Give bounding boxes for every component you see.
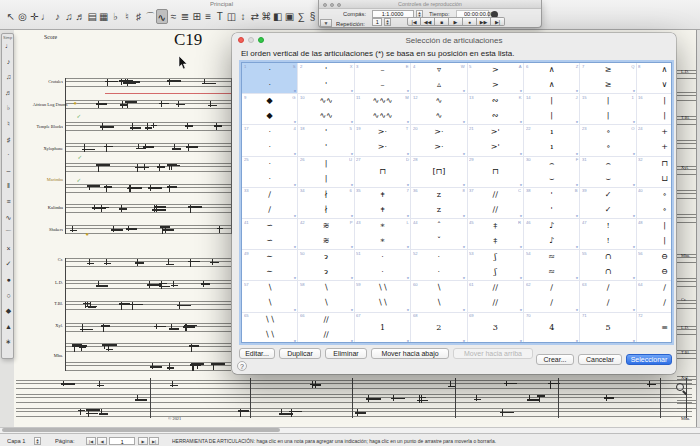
palette-tool-icon[interactable]: ♯ <box>2 136 15 143</box>
articulation-cell[interactable]: 44*ˆˇ <box>411 219 467 250</box>
mass-edit-tool-icon[interactable]: ∑ <box>295 9 307 24</box>
palette-tool-icon[interactable]: ‖ <box>2 182 15 189</box>
palette-tool-icon[interactable]: ∗ <box>2 338 15 346</box>
articulation-cell[interactable]: 346*∤∤ <box>298 188 354 219</box>
articulation-cell[interactable]: 21*>'>' <box>468 125 524 156</box>
articulation-cell[interactable]: 51*·· <box>355 250 411 281</box>
articulation-cell[interactable]: 42P*≋≋ <box>298 219 354 250</box>
stop-button[interactable]: ■ <box>435 17 449 26</box>
articulation-cell[interactable]: 7Q*≥≥ <box>580 63 636 94</box>
key-signature-tool-icon[interactable]: ♭ <box>109 9 121 24</box>
minimize-window-icon[interactable] <box>330 3 334 7</box>
measure-tool-icon[interactable]: ▦ <box>98 9 110 24</box>
articulation-grid[interactable]: 1S*··2X*''3E*––4W*▿▵5A*>>6Z*∧∧7Q*≥≥8N*∧∨… <box>241 62 672 343</box>
articulation-cell[interactable]: 6Z*∧∧ <box>524 63 580 94</box>
palette-tool-icon[interactable]: ✓ <box>2 260 15 268</box>
articulation-cell[interactable]: 58*∖∖ <box>298 281 354 312</box>
tuplet-tool-icon[interactable]: ♬ <box>75 9 87 24</box>
delete-button[interactable]: Eliminar <box>325 348 367 359</box>
articulation-cell[interactable]: 32*⊓⊔ <box>637 157 672 188</box>
layer-indicator[interactable]: Capa 1 <box>7 438 26 444</box>
hand-grabber-tool-icon[interactable]: ✛ <box>28 9 40 24</box>
articulation-cell[interactable]: 23O*∘∘ <box>580 125 636 156</box>
close-window-icon[interactable] <box>323 3 327 7</box>
palette-tool-icon[interactable]: ♪ <box>2 58 15 65</box>
rewind-button[interactable]: ◀◀ <box>421 17 435 26</box>
forward-button[interactable]: ▶▶ <box>477 17 491 26</box>
special-tools-icon[interactable]: ⌘ <box>260 9 272 24</box>
layer-stepper[interactable]: ▲▼ <box>34 437 41 445</box>
articulation-cell[interactable]: 56*⊖⊖ <box>637 250 672 281</box>
palette-tool-icon[interactable]: ● <box>2 276 15 283</box>
articulation-cell[interactable]: 174*·· <box>242 125 298 156</box>
articulation-cell[interactable]: 65*∖∖∖∖ <box>242 313 298 343</box>
articulation-cell[interactable]: 12*∿∿ <box>411 94 467 125</box>
articulation-cell[interactable]: 26U*|| <box>298 157 354 188</box>
palette-tool-icon[interactable]: ♮ <box>2 120 15 128</box>
articulation-cell[interactable]: 41*∽∽ <box>242 219 298 250</box>
play-button[interactable]: ▶ <box>449 17 463 26</box>
playback-titlebar[interactable]: Controles de reproducción <box>319 0 541 9</box>
palette-tool-icon[interactable]: ≡ <box>2 198 15 205</box>
time-signature-tool-icon[interactable]: ♮ <box>121 9 133 24</box>
articulation-cell[interactable]: 151*|| <box>580 94 636 125</box>
articulation-cell[interactable]: 38B*'' <box>524 188 580 219</box>
articulation-cell[interactable]: 11M*∿∿∿∿∿∿ <box>355 94 411 125</box>
articulation-cell[interactable]: 63*∕∕ <box>580 281 636 312</box>
text-tool-icon[interactable]: T <box>214 9 226 24</box>
repeat-tool-icon[interactable]: ≣ <box>179 9 191 24</box>
articulation-cell[interactable]: 1S*·· <box>242 63 298 94</box>
articulation-cell[interactable]: 43L*∗∗ <box>355 219 411 250</box>
articulation-cell[interactable]: 357*ǂǂ <box>355 188 411 219</box>
articulation-cell[interactable]: 60*∖∖ <box>411 281 467 312</box>
articulation-cell[interactable]: 62*∕∕ <box>524 281 580 312</box>
move-down-button[interactable]: Mover hacia abajo <box>371 348 449 359</box>
articulation-cell[interactable]: 48*|| <box>637 219 672 250</box>
palette-tool-icon[interactable]: ♭ <box>2 104 15 112</box>
cancel-button[interactable]: Cancelar <box>578 354 622 365</box>
palette-tool-icon[interactable]: ▲ <box>2 323 15 330</box>
expression-tool-icon[interactable]: ≈ <box>167 9 179 24</box>
simple-entry-tool-icon[interactable]: ♪ <box>51 9 63 24</box>
palette-tool-icon[interactable]: ◆ <box>2 307 15 315</box>
resize-tool-icon[interactable]: ↕ <box>237 9 249 24</box>
articulation-cell[interactable]: 19T*>·>· <box>355 125 411 156</box>
articulation-cell[interactable]: 54*≈≈ <box>524 250 580 281</box>
first-page-button[interactable]: |◀ <box>86 437 96 445</box>
articulation-cell[interactable]: 52*·· <box>411 250 467 281</box>
horizontal-scrollbar-thumb[interactable] <box>2 428 280 432</box>
articulation-cell[interactable]: 185*'' <box>298 125 354 156</box>
articulation-cell[interactable]: 70*4 <box>524 313 580 343</box>
edit-button[interactable]: Editar... <box>239 348 275 359</box>
palette-tool-icon[interactable]: ⌒ <box>2 229 15 239</box>
articulation-cell[interactable]: 33*∕∕ <box>242 188 298 219</box>
palette-tool-icon[interactable]: ♫ <box>2 73 15 80</box>
speedy-entry-tool-icon[interactable]: ♫ <box>63 9 75 24</box>
create-button[interactable]: Crear... <box>536 354 574 365</box>
articulation-cell[interactable]: 68*2 <box>411 313 467 343</box>
articulation-cell[interactable]: 14J*|| <box>524 94 580 125</box>
articulation-cell[interactable]: 66*∕∕∕∕ <box>298 313 354 343</box>
articulation-cell[interactable]: 8N*∧∨ <box>637 63 672 94</box>
record-button[interactable]: ● <box>463 17 477 26</box>
palette-tool-icon[interactable]: – <box>2 167 15 174</box>
articulation-cell[interactable]: 28*[⊓] <box>411 157 467 188</box>
zoom-window-icon[interactable] <box>337 3 341 7</box>
selection-filter-tool-icon[interactable]: § <box>307 9 319 24</box>
articulation-cell[interactable]: 55*∩∩ <box>580 250 636 281</box>
articulation-cell[interactable]: 10*∿∿∿∿ <box>298 94 354 125</box>
graphics-tool-icon[interactable]: ◧ <box>272 9 284 24</box>
articulation-cell[interactable]: 5A*>> <box>468 63 524 94</box>
articulation-cell[interactable]: 64*∕∕ <box>637 281 672 312</box>
articulation-cell[interactable]: 69*3 <box>468 313 524 343</box>
mirror-tool-icon[interactable]: ⇄ <box>249 9 261 24</box>
next-page-button[interactable]: ▶ <box>138 437 148 445</box>
articulation-cell[interactable]: 29*⊓ <box>468 157 524 188</box>
articulation-cell[interactable]: 162*|| <box>637 94 672 125</box>
palette-tool-icon[interactable]: · <box>2 151 15 158</box>
articulation-cell[interactable]: 59*∖∖∖∖ <box>355 281 411 312</box>
staff-tool-icon[interactable]: ▤ <box>86 9 98 24</box>
articulation-cell[interactable]: 39*✓✓ <box>580 188 636 219</box>
selection-tool-icon[interactable]: ↖ <box>5 9 17 24</box>
articulation-cell[interactable]: 31*⌢⌣ <box>580 157 636 188</box>
